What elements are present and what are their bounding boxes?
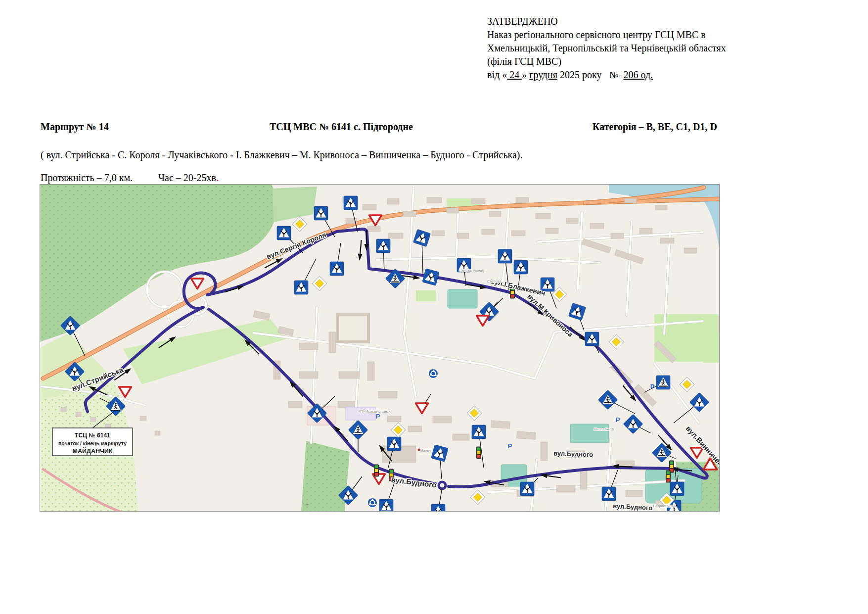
tsc-box-line: ТСЦ № 6141 bbox=[75, 432, 110, 439]
map-micro-label: Педагогічний bbox=[653, 504, 676, 508]
approval-date-line: від « 24 » грудня 2025 року № 206 од. bbox=[487, 68, 784, 82]
approval-date-segment: » bbox=[522, 69, 529, 80]
junction-diagram-sign-icon bbox=[602, 487, 616, 501]
approval-date-segment: 24 bbox=[507, 69, 522, 80]
parking-icon: P bbox=[616, 416, 620, 424]
junction-diagram-sign-icon bbox=[379, 499, 393, 511]
junction-diagram-sign-icon bbox=[670, 482, 684, 496]
junction-diagram-sign-icon bbox=[431, 504, 445, 511]
junction-diagram-sign-icon bbox=[314, 206, 328, 220]
church-cross-icon: + bbox=[355, 254, 358, 260]
map-micro-label: Школа № 16 bbox=[594, 427, 614, 431]
junction-diagram-sign-icon bbox=[520, 482, 534, 496]
approval-title: ЗАТВЕРДЖЕНО bbox=[487, 15, 784, 28]
junction-diagram-sign-icon bbox=[330, 262, 344, 276]
svg-text:P: P bbox=[508, 442, 512, 450]
route-map: + + + PPPPвул.Стрийськавул.Сергія Короля… bbox=[40, 184, 720, 512]
street-label: вул.Будного bbox=[553, 450, 593, 459]
route-stats-line: Протяжність – 7,0 км.Час – 20-25хв. bbox=[41, 172, 219, 184]
approval-date-segment: 206 од. bbox=[623, 69, 653, 80]
junction-diagram-sign-icon bbox=[387, 437, 401, 451]
junction-diagram-sign-icon bbox=[294, 281, 308, 294]
junction-diagram-sign-icon bbox=[514, 260, 528, 274]
roundabout-sign-icon bbox=[368, 498, 377, 508]
junction-diagram-sign-icon bbox=[344, 196, 358, 210]
traffic-light-icon bbox=[374, 465, 379, 477]
tsc-box-line: МАЙДАНЧИК bbox=[73, 447, 113, 455]
parking-icon: P bbox=[650, 383, 655, 390]
tsc-box-line: початок / кінець маршруту bbox=[58, 440, 127, 446]
church-cross-icon: + bbox=[306, 501, 309, 507]
route-length: Протяжність – 7,0 км. bbox=[41, 172, 133, 183]
document-page: { "approval": { "title": "ЗАТВЕРДЖЕНО", … bbox=[0, 0, 868, 614]
approval-line: (філія ГСЦ МВС) bbox=[487, 55, 784, 68]
svg-text:P: P bbox=[616, 416, 620, 424]
traffic-light-icon bbox=[476, 447, 481, 459]
approval-line: Наказ регіонального сервісного центру ГС… bbox=[487, 28, 784, 42]
approval-date-segment: грудня bbox=[529, 69, 557, 80]
parking-icon: P bbox=[376, 413, 380, 420]
street-label: вул.Будного bbox=[613, 502, 653, 511]
roundabout-sign-icon bbox=[429, 369, 438, 378]
map-micro-label: степова вулиця bbox=[459, 269, 484, 273]
approval-line: Хмельницькій, Тернопільській та Чернівец… bbox=[487, 42, 784, 55]
pedestrian-crossing-sign-icon bbox=[656, 376, 670, 389]
approval-date-segment: 2025 року № bbox=[557, 69, 624, 80]
junction-diagram-sign-icon bbox=[472, 425, 486, 439]
junction-diagram-sign-icon bbox=[376, 239, 390, 253]
route-time: Час – 20-25хв bbox=[158, 172, 216, 183]
tsc-title: ТСЦ МВС № 6141 с. Підгородне bbox=[270, 121, 413, 133]
junction-diagram-sign-icon bbox=[585, 332, 599, 346]
route-streets-line: ( вул. Стрийська - С. Короля - Лучаківсь… bbox=[41, 149, 523, 161]
parking-icon: P bbox=[508, 442, 512, 450]
map-micro-label: КП «Міськавтотранс» bbox=[359, 410, 391, 414]
junction-diagram-sign-icon bbox=[498, 249, 512, 263]
svg-text:P: P bbox=[376, 413, 380, 420]
approval-date-segment: від « bbox=[487, 69, 507, 80]
map-micro-label: Степова bbox=[487, 279, 502, 283]
category-label: Категорія – B, BE, C1, D1, D bbox=[593, 121, 717, 133]
route-time-period: . bbox=[216, 172, 219, 183]
junction-diagram-sign-icon bbox=[277, 226, 291, 240]
map-micro-label: Малечі bbox=[420, 449, 432, 452]
traffic-light-icon bbox=[666, 471, 671, 483]
svg-text:P: P bbox=[650, 383, 655, 390]
approval-block: ЗАТВЕРДЖЕНО Наказ регіонального сервісно… bbox=[487, 15, 784, 82]
route-number: Маршрут № 14 bbox=[41, 121, 109, 133]
